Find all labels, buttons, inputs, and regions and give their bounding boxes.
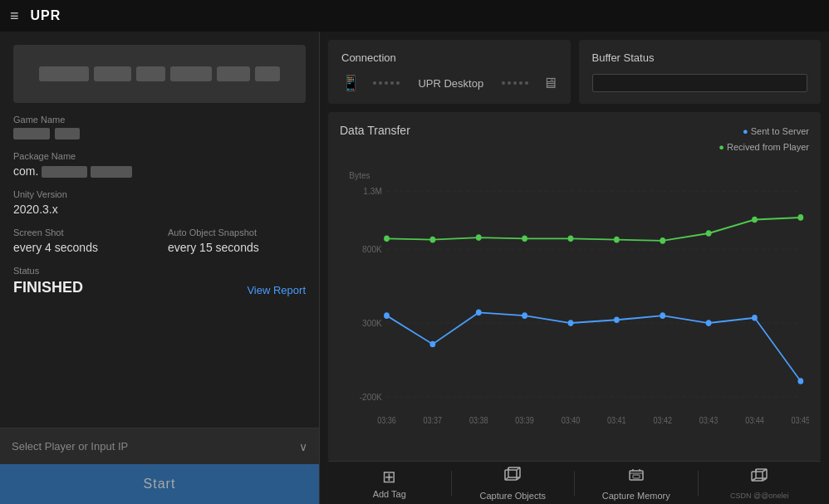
connection-row: 📱 UPR Desktop 🖥 [341,74,557,92]
player-select-placeholder: Select Player or Input IP [12,440,128,453]
svg-point-26 [706,231,712,237]
monitor-icon: 🖥 [542,75,557,92]
extra-tool-label: CSDN @@onelei [730,492,788,500]
svg-point-22 [522,236,527,242]
buffer-card: Buffer Status [579,40,822,104]
chart-header: Data Transfer ● Sent to Server ● Recived… [340,124,809,154]
connection-title: Connection [341,51,557,64]
auto-object-label: Auto Object Snapshot [168,228,306,237]
svg-text:03:38: 03:38 [469,416,488,426]
svg-point-27 [752,217,758,223]
add-tag-button[interactable]: ⊞ Add Tag [328,462,451,504]
svg-point-21 [476,235,482,242]
status-field: Status FINISHED View Report [13,266,306,296]
chart-title: Data Transfer [340,124,410,137]
left-panel: Game Name Package Name com. Unity Versio… [0,32,320,504]
status-value: FINISHED [13,279,230,296]
svg-point-29 [384,313,390,320]
status-col: Status FINISHED [13,266,230,296]
unity-version-value: 2020.3.x [13,203,306,216]
buffer-title: Buffer Status [592,51,808,64]
chevron-down-icon: ∨ [299,440,307,453]
svg-text:-200K: -200K [360,392,383,403]
package-name-value: com. [13,164,306,178]
add-tag-icon: ⊞ [382,467,396,487]
svg-text:03:37: 03:37 [424,416,443,426]
svg-point-33 [568,321,574,327]
svg-point-32 [522,313,527,320]
screen-shot-value: every 4 seconds [13,241,151,254]
legend-sent: Sent to Server [751,126,809,136]
game-name-field: Game Name [13,115,306,139]
capture-memory-label: Capture Memory [602,491,670,501]
mobile-icon: 📱 [341,74,360,92]
svg-point-38 [797,379,803,385]
unity-version-label: Unity Version [13,189,306,199]
svg-text:03:45: 03:45 [792,416,809,426]
menu-icon[interactable]: ≡ [10,7,19,25]
start-button[interactable]: Start [0,464,319,504]
add-tag-label: Add Tag [373,489,406,499]
screen-shot-label: Screen Shot [13,228,151,237]
screenshot-preview [13,45,306,103]
connection-card: Connection 📱 UPR Desktop 🖥 [328,40,571,104]
left-content: Game Name Package Name com. Unity Versio… [0,32,319,428]
chart-legend: ● Sent to Server ● Recived from Player [719,124,809,154]
player-select-dropdown[interactable]: Select Player or Input IP ∨ [0,428,319,464]
package-name-label: Package Name [13,151,306,161]
top-cards: Connection 📱 UPR Desktop 🖥 Buffer Status [320,32,829,112]
svg-point-28 [797,214,803,221]
topbar: ≡ UPR [0,0,829,32]
capture-objects-label: Capture Objects [480,491,546,501]
svg-point-23 [568,236,574,242]
connection-dots-left [366,81,406,85]
snapshot-fields: Screen Shot every 4 seconds Auto Object … [13,228,306,254]
screen-shot-field: Screen Shot every 4 seconds [13,228,151,254]
svg-text:03:43: 03:43 [699,416,719,426]
svg-point-30 [429,341,435,348]
svg-text:03:40: 03:40 [562,416,581,426]
buffer-bar [592,74,808,92]
start-button-label: Start [144,477,176,492]
capture-objects-button[interactable]: Capture Objects [452,462,575,504]
svg-text:03:42: 03:42 [653,416,672,426]
extra-tool-button[interactable]: CSDN @@onelei [699,462,822,504]
svg-text:03:44: 03:44 [745,416,764,426]
connection-label: UPR Desktop [418,77,483,90]
svg-rect-49 [633,475,640,478]
app-title: UPR [31,8,61,23]
legend-received: Recived from Player [727,142,809,152]
chart-section: Data Transfer ● Sent to Server ● Recived… [328,112,821,461]
main-layout: Game Name Package Name com. Unity Versio… [0,32,829,504]
svg-text:03:36: 03:36 [377,416,396,426]
svg-point-37 [752,315,758,321]
svg-text:Bytes: Bytes [349,170,370,181]
svg-point-19 [384,236,390,242]
data-transfer-chart: 1.3M 800K 300K -200K Bytes 03:36 03:37 0… [340,159,809,455]
chart-container: 1.3M 800K 300K -200K Bytes 03:36 03:37 0… [340,159,809,455]
game-name-value [13,128,306,139]
svg-text:03:41: 03:41 [607,416,626,426]
svg-point-24 [614,237,620,243]
auto-object-field: Auto Object Snapshot every 15 seconds [168,228,306,254]
capture-memory-icon [627,466,645,488]
capture-memory-button[interactable]: Capture Memory [575,462,698,504]
bottom-toolbar: ⊞ Add Tag Capture Objects [328,461,821,504]
svg-text:300K: 300K [362,318,382,329]
package-name-field: Package Name com. [13,151,306,178]
svg-point-31 [476,310,482,316]
connection-dots-right [495,81,535,85]
capture-objects-icon [503,466,522,488]
svg-text:1.3M: 1.3M [363,186,382,197]
svg-point-25 [660,237,665,244]
unity-version-field: Unity Version 2020.3.x [13,189,306,216]
svg-point-36 [706,321,712,327]
auto-object-value: every 15 seconds [168,241,306,254]
svg-text:03:39: 03:39 [515,416,534,426]
svg-text:800K: 800K [362,244,382,255]
view-report-link[interactable]: View Report [247,284,306,296]
right-panel: Connection 📱 UPR Desktop 🖥 Buffer Status [320,32,829,504]
extra-tool-icon [750,467,768,489]
svg-point-34 [614,317,620,324]
svg-point-20 [429,237,435,243]
